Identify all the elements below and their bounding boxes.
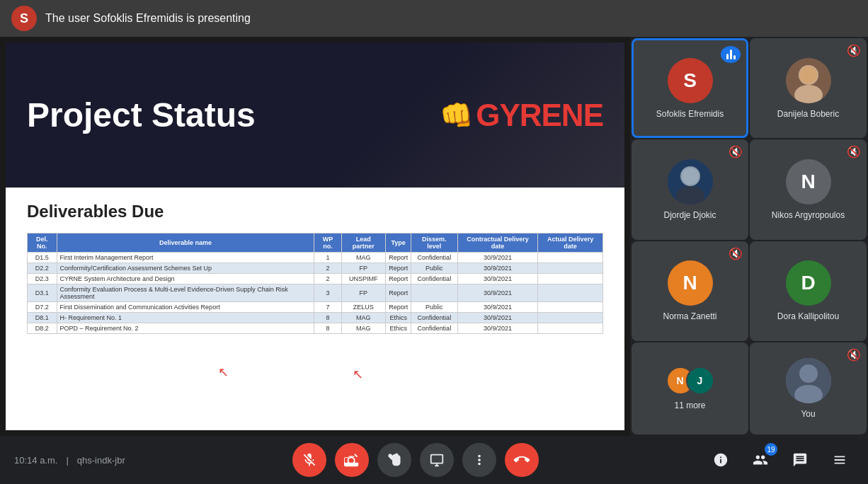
svg-point-5	[682, 168, 699, 185]
table-cell: D7.2	[28, 302, 57, 313]
deliverables-table: Del. No. Deliverable name WP no. Lead pa…	[27, 233, 603, 334]
table-row: D1.5First Interim Management Report1MAGR…	[28, 253, 603, 263]
raise-hand-button[interactable]	[377, 443, 411, 477]
present-icon	[429, 452, 445, 468]
table-cell: Conformity Evaluation Process & Multi-Le…	[57, 284, 314, 302]
danijela-avatar	[786, 58, 831, 103]
participant-tile-norma: 🔇 N Norma Zanetti	[632, 241, 748, 341]
table-row: D8.1H- Requirement No. 18MAGEthicsConfid…	[28, 313, 603, 323]
table-cell	[411, 284, 457, 302]
table-cell: D2.3	[28, 274, 57, 284]
djordje-mute-icon: 🔇	[729, 145, 743, 159]
people-icon	[753, 452, 768, 468]
col-del-no: Del. No.	[28, 234, 57, 253]
table-cell: D2.2	[28, 263, 57, 274]
col-dissem: Dissem. level	[411, 234, 457, 253]
table-cell	[538, 274, 603, 284]
djordje-photo	[668, 159, 713, 204]
table-cell	[538, 302, 603, 313]
banner-text: The user Sofoklis Efremidis is presentin…	[45, 12, 251, 25]
table-cell: POPD – Requirement No. 2	[57, 323, 314, 334]
table-cell: D1.5	[28, 253, 57, 263]
table-body: D1.5First Interim Management Report1MAGR…	[28, 253, 603, 334]
table-cell	[538, 253, 603, 263]
table-cell: 2	[314, 274, 341, 284]
norma-mute-icon: 🔇	[729, 247, 743, 260]
people-wrapper: 19	[746, 446, 775, 474]
slide-title: Project Status	[27, 96, 256, 134]
participant-tile-djordje: 🔇 Djordje Djokic	[632, 139, 748, 239]
table-cell	[538, 323, 603, 334]
svg-point-4	[676, 186, 704, 204]
table-cell: 8	[314, 323, 341, 334]
table-header: Del. No. Deliverable name WP no. Lead pa…	[28, 234, 603, 253]
presentation-area: Project Status 👊 GYRENE Deliverables Due…	[0, 37, 630, 436]
table-cell: Report	[386, 302, 411, 313]
table-cell: Ethics	[386, 313, 411, 323]
table-cell: CYRNE System Architecture and Design	[57, 274, 314, 284]
table-cell: Public	[411, 263, 457, 274]
info-icon	[713, 452, 729, 468]
table-cell: 7	[314, 302, 341, 313]
table-cell: D3.1	[28, 284, 57, 302]
norma-avatar: N	[668, 260, 713, 306]
activities-button[interactable]	[826, 446, 854, 474]
svg-point-2	[800, 67, 817, 83]
more-label: 11 more	[671, 401, 708, 410]
cursor-2: ↖	[353, 367, 363, 382]
table-row: D3.1Conformity Evaluation Process & Mult…	[28, 284, 603, 302]
table-cell: FP	[341, 263, 386, 274]
slide-header: Project Status 👊 GYRENE	[6, 42, 624, 188]
table-cell	[538, 284, 603, 302]
more-icon	[472, 452, 487, 468]
participant-tile-dora: D Dora Kallipolitou	[750, 241, 867, 341]
table-cell: Confidential	[411, 313, 457, 323]
meeting-details-button[interactable]	[707, 446, 735, 474]
table-cell: D8.2	[28, 323, 57, 334]
meeting-code: qhs-indk-jbr	[77, 455, 125, 466]
more-avatar-2: J	[686, 367, 714, 395]
you-name: You	[798, 409, 818, 419]
sofoklis-avatar: S	[668, 58, 713, 103]
more-options-button[interactable]	[462, 443, 496, 477]
table-cell	[538, 263, 603, 274]
danijela-mute-icon: 🔇	[847, 44, 861, 57]
meeting-time: 10:14 a.m.	[14, 455, 57, 466]
camera-button[interactable]	[335, 443, 369, 477]
table-cell: Confidential	[411, 274, 457, 284]
you-mute-icon: 🔇	[847, 348, 861, 362]
table-cell: 1	[314, 253, 341, 263]
leave-call-button[interactable]	[498, 436, 546, 484]
table-cell: MAG	[341, 313, 386, 323]
col-actual: Actual Delivery date	[538, 234, 603, 253]
col-wp: WP no.	[314, 234, 341, 253]
chat-button[interactable]	[786, 446, 814, 474]
table-cell: UNSPIMF	[341, 274, 386, 284]
col-type: Type	[386, 234, 411, 253]
dora-avatar: D	[786, 260, 831, 306]
danijela-photo	[786, 58, 831, 103]
table-cell: 30/9/2021	[457, 313, 538, 323]
table-cell: D8.1	[28, 313, 57, 323]
slide-logo: 👊 GYRENE	[440, 98, 603, 133]
participants-panel: S Sofoklis Efremidis 🔇 Danijela Boberic …	[630, 37, 868, 436]
table-cell: Report	[386, 274, 411, 284]
presenting-banner: S The user Sofoklis Efremidis is present…	[0, 0, 868, 37]
participant-tile-more[interactable]: N J 11 more	[632, 342, 748, 434]
table-cell: 30/9/2021	[457, 323, 538, 334]
present-button[interactable]	[420, 443, 454, 477]
table-cell: Report	[386, 253, 411, 263]
table-cell: MAG	[341, 323, 386, 334]
separator: |	[66, 455, 68, 466]
raise-hand-icon	[387, 452, 402, 468]
participant-tile-you: 🔇 You	[750, 342, 867, 434]
logo-text: GYRENE	[476, 98, 603, 133]
table-cell: 30/9/2021	[457, 284, 538, 302]
table-row: D8.2POPD – Requirement No. 28MAGEthicsCo…	[28, 323, 603, 334]
mic-button[interactable]	[292, 443, 326, 477]
col-name: Deliverable name	[57, 234, 314, 253]
you-photo-svg	[786, 358, 831, 403]
activities-icon	[832, 452, 847, 468]
table-cell: Ethics	[386, 323, 411, 334]
table-cell: Confidential	[411, 323, 457, 334]
